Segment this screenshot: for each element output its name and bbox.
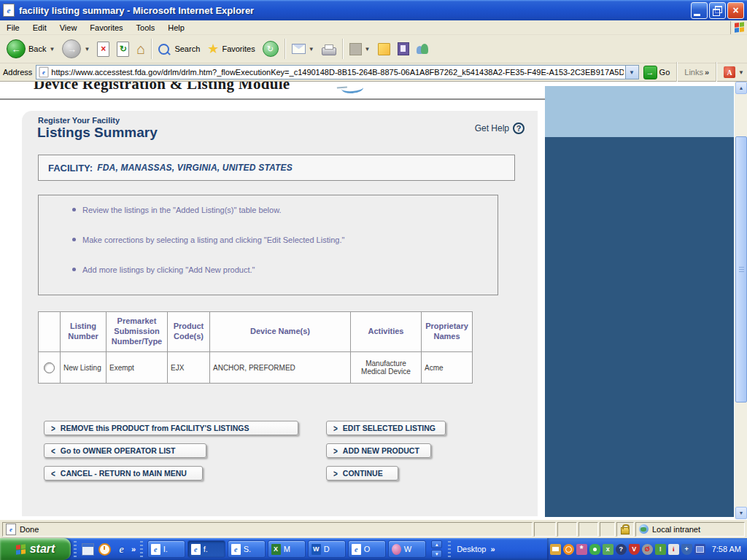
button-label: CANCEL - RETURN to MAIN MENU [61,469,187,478]
quick-launch-clock-icon[interactable] [98,543,111,556]
menu-help[interactable]: Help [161,22,191,34]
tray-buddy-offline-icon[interactable] [603,544,614,555]
remove-product-button[interactable]: > REMOVE this PRODUCT from FACILITY'S LI… [44,421,298,435]
task-button-3[interactable]: e S. [228,540,266,558]
menu-edit[interactable]: Edit [26,22,53,34]
quick-launch-overflow-icon[interactable] [131,545,136,553]
research-button[interactable] [394,37,413,61]
instruction-item: Make corrections by selecting a listing … [72,236,481,244]
back-icon [7,39,26,58]
acrobat-icon[interactable] [724,66,735,78]
edit-dropdown-icon[interactable]: ▼ [365,46,371,52]
menu-favorites[interactable]: Favorites [83,22,129,34]
get-help-link[interactable]: Get Help [475,122,525,134]
close-icon [728,3,743,18]
go-label[interactable]: Go [659,68,670,77]
tray-info-icon[interactable] [668,544,679,555]
research-book-icon [398,42,409,55]
task-button-2-active[interactable]: e f. [187,540,225,558]
home-button[interactable] [133,37,149,61]
task-button-7[interactable]: W [388,540,426,558]
tray-clock-icon[interactable] [563,544,574,555]
messenger-button[interactable] [413,37,432,61]
start-button[interactable]: start [0,538,71,560]
task-button-5[interactable]: W D [308,540,346,558]
links-label[interactable]: Links [684,68,703,77]
taskband-handle[interactable] [140,541,143,557]
favorites-star-icon [207,42,219,55]
links-chevron-icon[interactable] [705,68,709,77]
address-dropdown-icon[interactable] [625,66,638,79]
close-button[interactable] [727,2,744,19]
history-button[interactable] [259,37,282,61]
task-button-4[interactable]: X M [268,540,306,558]
taskband-scroll[interactable] [431,540,442,558]
quick-launch-handle[interactable] [74,541,77,557]
scrollbar-thumb[interactable] [735,136,747,402]
task-button-6[interactable]: e O [348,540,386,558]
search-button[interactable]: Search [155,37,204,61]
scroll-up-button[interactable] [735,82,747,94]
tray-chat-icon[interactable] [589,544,600,555]
back-dropdown-icon[interactable]: ▼ [49,46,55,52]
print-button[interactable] [318,37,340,61]
continue-button[interactable]: > CONTINUE [326,466,398,481]
tray-messenger-icon[interactable] [576,544,587,555]
task-label: W [404,545,411,553]
right-panel-light [545,86,734,137]
add-new-product-button[interactable]: > ADD NEW PRODUCT [326,443,431,458]
tray-security-shield-icon[interactable] [681,544,692,555]
edit-selected-listing-button[interactable]: > EDIT SELECTED LISTING [326,421,446,435]
ssl-pane [616,522,634,537]
desktop-toolbar-label[interactable]: Desktop [457,545,486,553]
address-input[interactable] [50,66,624,78]
mail-button[interactable]: ▼ [288,37,318,61]
tray-help-icon[interactable] [616,544,627,555]
back-button[interactable]: Back ▼ [3,37,58,61]
refresh-button[interactable] [113,37,133,61]
restore-button[interactable] [709,2,726,19]
acrobat-dropdown-icon[interactable]: ▼ [738,69,744,76]
task-button-1[interactable]: e I. [147,540,185,558]
taskbar-clock[interactable]: 7:58 AM [712,545,741,553]
desktop-overflow-icon[interactable] [490,545,495,553]
quick-launch-ie-icon[interactable] [115,543,128,556]
cell-product-code: EJX [168,352,210,384]
menu-bar: File Edit View Favorites Tools Help [0,20,747,35]
button-label: Go to OWNER OPERATOR LIST [61,446,176,455]
menu-view[interactable]: View [53,22,84,34]
forward-button[interactable]: ▼ [58,37,93,61]
mail-dropdown-icon[interactable]: ▼ [309,46,314,52]
minimize-button[interactable] [691,2,708,19]
go-icon[interactable] [643,66,657,79]
stop-button[interactable] [93,37,113,61]
discuss-button[interactable] [374,37,394,61]
desktop-toolbar-handle[interactable] [448,541,451,557]
taskband-scroll-up-icon[interactable] [431,540,442,548]
vertical-scrollbar[interactable] [734,82,747,519]
cancel-main-menu-button[interactable]: < CANCEL - RETURN to MAIN MENU [44,466,203,481]
owner-operator-list-button[interactable]: < Go to OWNER OPERATOR LIST [44,443,206,458]
listing-radio[interactable] [44,362,55,373]
tray-antivirus-icon[interactable] [629,544,640,555]
forward-dropdown-icon[interactable]: ▼ [84,46,90,52]
tray-updates-icon[interactable] [655,544,666,555]
tray-mail-icon[interactable] [550,544,561,555]
col-proprietary-names: Proprietary Names [422,312,473,352]
edit-button[interactable]: ▼ [346,37,374,61]
windows-logo-icon [730,21,747,34]
ie-page-icon: e [151,544,160,555]
show-desktop-icon[interactable] [82,543,94,556]
tray-disabled-icon[interactable] [642,544,653,555]
scroll-down-button[interactable] [735,507,747,519]
favorites-label: Favorites [222,44,255,53]
ie-logo-icon: e [3,4,15,17]
menu-tools[interactable]: Tools [130,22,162,34]
favorites-button[interactable]: Favorites [204,37,258,61]
menu-file[interactable]: File [0,22,26,34]
address-separator [676,62,678,82]
tray-network-icon[interactable] [694,544,705,555]
chevron-right-icon: > [51,423,55,432]
taskband-scroll-down-icon[interactable] [431,550,442,558]
minimize-icon [694,14,700,16]
